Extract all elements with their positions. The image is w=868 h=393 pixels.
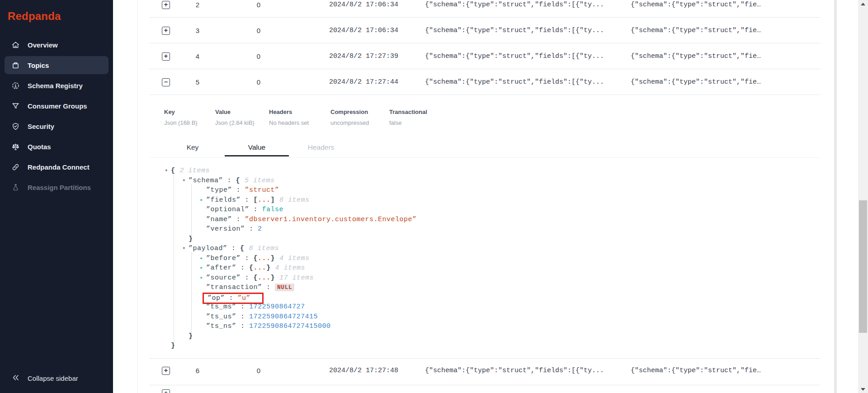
json-key: ”ts_ns” — [206, 322, 236, 330]
expand-row-button[interactable]: + — [162, 27, 170, 35]
sidebar-item-consumer-groups[interactable]: Consumer Groups — [5, 97, 108, 115]
json-colon: : — [232, 186, 245, 194]
expand-row-button[interactable]: + — [162, 1, 170, 9]
json-colon: : — [245, 225, 258, 233]
collapse-node-arrow-icon[interactable]: ▾ — [179, 176, 189, 186]
collapsed-object-dots[interactable]: ... — [254, 264, 267, 272]
json-close-brace: } — [271, 255, 275, 262]
collapse-sidebar-button[interactable]: Collapse sidebar — [5, 369, 108, 387]
sidebar-item-label: Security — [28, 123, 54, 130]
timestamp-cell: 2024/8/2 17:27:39 — [329, 52, 398, 61]
expand-node-arrow-icon[interactable]: ▸ — [197, 254, 206, 264]
json-line-source: ▸”source” : {...}17 items — [162, 273, 704, 283]
sidebar-item-security[interactable]: Security — [5, 117, 108, 135]
json-string-value: ”dbserver1.inventory.customers.Envelope” — [245, 216, 417, 223]
collapsed-object-dots[interactable]: ... — [258, 255, 271, 262]
meta-compression: Compressionuncompressed — [330, 109, 369, 126]
funnel-icon — [11, 102, 20, 110]
collapse-node-arrow-icon[interactable]: ▾ — [179, 244, 189, 254]
json-colon: : — [249, 206, 262, 213]
json-key: ”ts_ms” — [206, 303, 236, 311]
json-line-ts_ms: ”ts_ms” : 1722590864727 — [162, 302, 704, 312]
meta-key: KeyJson (168 B) — [164, 109, 198, 126]
panel-left-border — [137, 0, 138, 393]
json-line-optional: ”optional” : false — [162, 205, 704, 215]
json-colon: : — [241, 255, 254, 262]
json-colon: : — [225, 294, 238, 302]
sidebar-item-schema-registry[interactable]: Schema Registry — [5, 76, 108, 95]
json-open-bracket: [ — [254, 196, 258, 204]
sidebar-item-overview[interactable]: Overview — [5, 36, 108, 54]
expand-row-button[interactable]: + — [162, 367, 170, 375]
json-colon: : — [232, 216, 245, 223]
json-key: ”name” — [206, 216, 232, 223]
partition-cell: 0 — [238, 52, 279, 61]
json-key: ”after” — [206, 264, 236, 272]
json-line-op: ”op” : ”u” — [162, 293, 704, 303]
scales-icon — [11, 142, 20, 151]
meta-label: Compression — [330, 109, 369, 115]
json-items-count: 8 items — [249, 245, 279, 252]
row-divider — [149, 95, 821, 95]
collapse-node-arrow-icon[interactable]: ▾ — [162, 166, 171, 176]
json-open-brace: { — [171, 167, 175, 175]
expand-row-button[interactable]: + — [162, 52, 170, 61]
json-colon: : — [241, 196, 254, 204]
sidebar-item-reassign-partitions[interactable]: Reassign Partitions — [5, 178, 108, 196]
json-open-brace: { — [240, 245, 245, 252]
scrollbar-down-arrow[interactable] — [858, 385, 868, 393]
json-close-brace: } — [189, 235, 193, 243]
tab-key[interactable]: Key — [160, 140, 225, 156]
json-items-count: 5 items — [245, 177, 275, 185]
value-preview-cell: {"schema":{"type":"struct","fie… — [631, 26, 761, 35]
json-colon: : — [241, 274, 254, 282]
json-number-value: 1722590864727 — [249, 303, 305, 311]
json-key: ”fields” — [206, 196, 241, 204]
sidebar-item-label: Reassign Partitions — [28, 184, 91, 191]
json-open-brace: { — [249, 264, 254, 272]
partition-cell: 0 — [238, 78, 279, 87]
row-divider — [149, 385, 821, 385]
json-key: ”payload” — [189, 245, 227, 252]
json-key: ”source” — [206, 274, 241, 282]
expand-node-arrow-icon[interactable]: ▸ — [197, 195, 206, 205]
json-colon: : — [236, 303, 250, 311]
collapsed-array-dots[interactable]: ... — [258, 196, 271, 204]
expand-node-arrow-icon[interactable]: ▸ — [197, 273, 206, 283]
meta-label: Key — [164, 109, 198, 115]
json-line-ts_ns: ”ts_ns” : 1722590864727415000 — [162, 322, 704, 331]
json-colon: : — [236, 264, 250, 272]
sidebar-item-redpanda-connect[interactable]: Redpanda Connect — [5, 158, 108, 176]
meta-label: Transactional — [389, 109, 427, 115]
meta-value: uncompressed — [330, 119, 369, 126]
scrollbar-thumb[interactable] — [859, 200, 867, 333]
sidebar-item-label: Overview — [28, 41, 58, 49]
vertical-scrollbar[interactable] — [858, 0, 868, 393]
offset-cell: 6 — [177, 366, 218, 375]
json-key: ”type” — [206, 186, 232, 194]
indent-guide — [174, 175, 174, 343]
collapsed-object-dots[interactable]: ... — [258, 274, 271, 282]
json-key: ”before” — [206, 255, 241, 262]
double-chevron-left-icon — [11, 373, 20, 384]
sidebar-item-quotas[interactable]: Quotas — [5, 137, 108, 156]
offset-cell: 2 — [177, 0, 218, 9]
partition-cell: 0 — [238, 0, 279, 9]
timestamp-cell: 2024/8/2 17:06:34 — [329, 0, 398, 9]
json-line-ts_us: ”ts_us” : 1722590864727415 — [162, 312, 704, 322]
collapse-row-button[interactable]: − — [162, 78, 170, 86]
expand-row-button[interactable]: + — [162, 389, 170, 393]
json-line-transaction: ”transaction” : NULL — [162, 283, 704, 293]
json-number-value: 2 — [258, 225, 262, 233]
expand-node-arrow-icon[interactable]: ▸ — [197, 263, 206, 273]
tab-headers[interactable]: Headers — [289, 140, 353, 156]
json-string-value: ”struct” — [245, 186, 279, 194]
key-preview-cell: {"schema":{"type":"struct","fields":[{"t… — [425, 366, 604, 375]
scrollbar-up-arrow[interactable] — [858, 0, 868, 8]
schema-icon — [11, 81, 20, 90]
panel-right-border — [834, 0, 837, 393]
tab-value[interactable]: Value — [225, 140, 289, 156]
offset-cell: 4 — [177, 52, 218, 61]
sidebar-item-topics[interactable]: Topics — [5, 56, 108, 74]
json-items-count: 8 items — [279, 196, 310, 204]
